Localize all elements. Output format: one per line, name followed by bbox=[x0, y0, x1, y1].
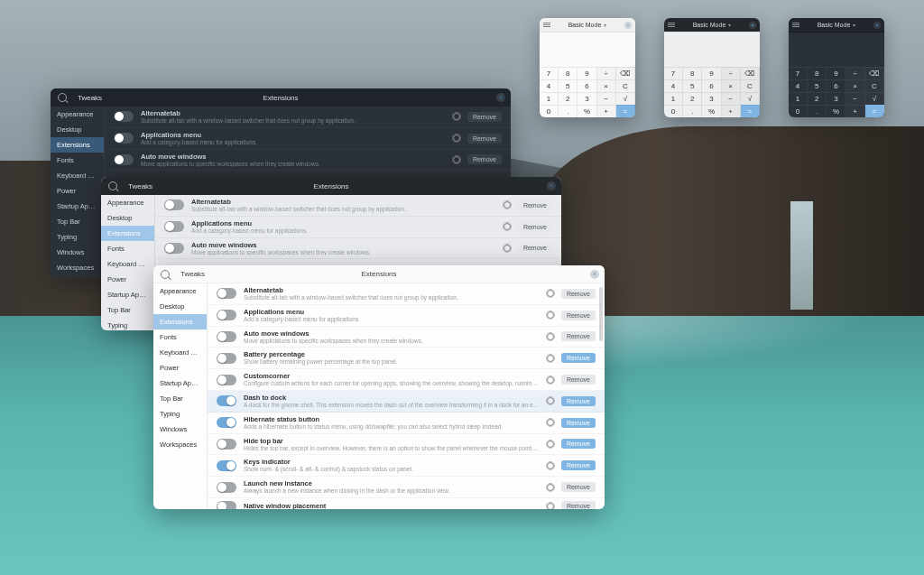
calc-key[interactable]: 0 bbox=[540, 105, 559, 117]
chevron-down-icon[interactable]: ▾ bbox=[604, 22, 606, 28]
calc-key[interactable]: 9 bbox=[702, 67, 721, 79]
calc-key[interactable]: 9 bbox=[827, 67, 845, 79]
calc-key[interactable]: C bbox=[616, 79, 635, 92]
titlebar[interactable]: Tweaks Extensions × bbox=[153, 265, 605, 283]
remove-button[interactable]: Remove bbox=[518, 243, 552, 253]
remove-button[interactable]: Remove bbox=[561, 353, 596, 363]
sidebar-item-windows[interactable]: Windows bbox=[153, 422, 207, 437]
sidebar-item-power[interactable]: Power bbox=[153, 360, 207, 376]
sidebar-item-appearance[interactable]: Appearance bbox=[101, 195, 154, 210]
sidebar-item-appearance[interactable]: Appearance bbox=[153, 283, 207, 299]
gear-icon[interactable] bbox=[547, 503, 554, 509]
toggle-switch[interactable] bbox=[217, 460, 236, 471]
calc-mode-label[interactable]: Basic Mode bbox=[568, 22, 602, 28]
gear-icon[interactable] bbox=[547, 397, 554, 404]
calc-mode-label[interactable]: Basic Mode bbox=[818, 22, 851, 28]
sidebar-item-fonts[interactable]: Fonts bbox=[101, 241, 154, 256]
sidebar-item-typing[interactable]: Typing bbox=[101, 318, 154, 330]
tweaks-window-light[interactable]: Tweaks Extensions × AppearanceDesktopExt… bbox=[153, 265, 605, 509]
close-icon[interactable]: × bbox=[624, 22, 632, 29]
calc-key[interactable]: 4 bbox=[664, 79, 683, 92]
calc-key[interactable]: 4 bbox=[789, 79, 808, 92]
sidebar-item-power[interactable]: Power bbox=[51, 183, 104, 199]
sidebar-item-startup-applications[interactable]: Startup Applications bbox=[153, 376, 207, 391]
sidebar-item-desktop[interactable]: Desktop bbox=[153, 299, 207, 314]
sidebar-item-fonts[interactable]: Fonts bbox=[153, 329, 207, 345]
remove-button[interactable]: Remove bbox=[561, 460, 596, 470]
calc-key[interactable]: C bbox=[741, 79, 760, 92]
scrollbar[interactable] bbox=[599, 287, 603, 341]
calc-key[interactable]: + bbox=[722, 105, 741, 117]
calc-key[interactable]: ÷ bbox=[722, 67, 741, 79]
gear-icon[interactable] bbox=[504, 245, 511, 252]
gear-icon[interactable] bbox=[547, 441, 554, 448]
calc-key[interactable]: 8 bbox=[683, 67, 702, 79]
calc-key[interactable]: 2 bbox=[559, 92, 578, 105]
search-icon[interactable] bbox=[108, 181, 117, 190]
gear-icon[interactable] bbox=[504, 201, 511, 209]
sidebar-item-keyboard-and-mouse[interactable]: Keyboard and Mouse bbox=[101, 256, 154, 272]
remove-button[interactable]: Remove bbox=[561, 331, 596, 341]
toggle-switch[interactable] bbox=[217, 375, 236, 385]
calc-key[interactable]: % bbox=[827, 105, 845, 117]
calc-key[interactable]: % bbox=[578, 105, 596, 117]
calc-key[interactable]: 1 bbox=[540, 92, 559, 105]
sidebar-item-top-bar[interactable]: Top Bar bbox=[51, 214, 104, 229]
calc-key[interactable]: × bbox=[722, 79, 741, 92]
remove-button[interactable]: Remove bbox=[561, 418, 596, 428]
sidebar-item-top-bar[interactable]: Top Bar bbox=[101, 302, 154, 318]
calculator-window-light[interactable]: Basic Mode▾ × 789÷⌫456×C123−√0.%+= bbox=[540, 18, 635, 117]
toggle-switch[interactable] bbox=[217, 395, 236, 406]
calc-key[interactable]: . bbox=[559, 105, 578, 117]
sidebar-item-typing[interactable]: Typing bbox=[51, 229, 104, 245]
sidebar-item-desktop[interactable]: Desktop bbox=[101, 210, 154, 226]
calc-key[interactable]: 8 bbox=[559, 67, 578, 79]
toggle-switch[interactable] bbox=[217, 331, 236, 342]
sidebar-item-top-bar[interactable]: Top Bar bbox=[153, 391, 207, 406]
toggle-switch[interactable] bbox=[114, 154, 134, 165]
toggle-switch[interactable] bbox=[217, 310, 236, 320]
toggle-switch[interactable] bbox=[217, 288, 236, 299]
chevron-down-icon[interactable]: ▾ bbox=[853, 22, 855, 28]
search-icon[interactable] bbox=[161, 270, 170, 279]
toggle-switch[interactable] bbox=[217, 501, 236, 509]
calc-key[interactable]: 5 bbox=[559, 79, 578, 92]
close-icon[interactable]: × bbox=[547, 181, 556, 190]
calc-titlebar[interactable]: Basic Mode▾ × bbox=[664, 18, 760, 32]
remove-button[interactable]: Remove bbox=[561, 396, 596, 406]
sidebar-item-windows[interactable]: Windows bbox=[51, 245, 104, 260]
calc-equals[interactable]: = bbox=[741, 105, 760, 117]
calc-key[interactable]: ⌫ bbox=[865, 67, 884, 79]
sidebar-item-workspaces[interactable]: Workspaces bbox=[51, 260, 104, 275]
sidebar-item-extensions[interactable]: Extensions bbox=[51, 137, 104, 153]
remove-button[interactable]: Remove bbox=[561, 439, 596, 449]
gear-icon[interactable] bbox=[453, 113, 460, 120]
calc-key[interactable]: 7 bbox=[540, 67, 559, 79]
toggle-switch[interactable] bbox=[114, 133, 134, 144]
gear-icon[interactable] bbox=[547, 333, 554, 340]
calculator-window-grey[interactable]: Basic Mode▾ × 789÷⌫456×C123−√0.%+= bbox=[664, 18, 760, 117]
calc-key[interactable]: . bbox=[808, 105, 827, 117]
calc-titlebar[interactable]: Basic Mode▾ × bbox=[789, 18, 884, 32]
calc-key[interactable]: 0 bbox=[664, 105, 683, 117]
gear-icon[interactable] bbox=[453, 134, 460, 142]
calc-key[interactable]: 2 bbox=[808, 92, 827, 105]
calc-key[interactable]: √ bbox=[865, 92, 884, 105]
calc-key[interactable]: . bbox=[683, 105, 702, 117]
calc-key[interactable]: − bbox=[722, 92, 741, 105]
calc-display[interactable] bbox=[664, 32, 760, 67]
calc-key[interactable]: ⌫ bbox=[616, 67, 635, 79]
remove-button[interactable]: Remove bbox=[561, 289, 596, 299]
calc-key[interactable]: 3 bbox=[702, 92, 721, 105]
calc-key[interactable]: × bbox=[597, 79, 616, 92]
gear-icon[interactable] bbox=[547, 290, 554, 297]
titlebar[interactable]: Tweaks Extensions × bbox=[101, 177, 561, 195]
sidebar-item-extensions[interactable]: Extensions bbox=[101, 226, 154, 241]
calc-key[interactable]: 3 bbox=[578, 92, 596, 105]
calc-key[interactable]: % bbox=[702, 105, 721, 117]
calc-key[interactable]: 6 bbox=[578, 79, 596, 92]
sidebar-item-appearance[interactable]: Appearance bbox=[51, 107, 104, 122]
gear-icon[interactable] bbox=[547, 311, 554, 319]
search-icon[interactable] bbox=[58, 93, 67, 102]
remove-button[interactable]: Remove bbox=[518, 200, 552, 210]
